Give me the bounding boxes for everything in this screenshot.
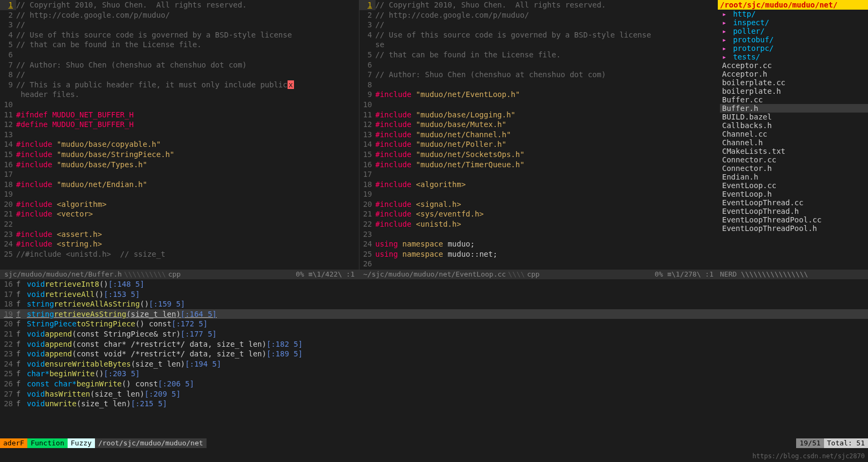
code-line[interactable]: 24using namespace muduo; (359, 239, 718, 249)
tree-file[interactable]: EventLoopThreadPool.cc (720, 215, 868, 224)
code-line[interactable]: 20#include <algorithm> (0, 199, 359, 210)
tree-file[interactable]: Buffer.h (720, 104, 868, 113)
line-number: 5 (359, 50, 376, 60)
code-line[interactable]: 26 (359, 259, 718, 269)
tag-row[interactable]: 16f void retrieveInt8() [:148 5] (0, 279, 868, 289)
tagbar-pane[interactable]: 16f void retrieveInt8() [:148 5]17f void… (0, 279, 868, 427)
code-line[interactable]: 17 (359, 169, 718, 180)
code-line[interactable]: 25using namespace muduo::net; (359, 249, 718, 259)
code-line[interactable]: 22#include <unistd.h> (359, 219, 718, 229)
tree-file[interactable]: Channel.cc (720, 130, 868, 138)
tree-file[interactable]: Endian.h (720, 173, 868, 181)
code-line[interactable]: 11#ifndef MUDUO_NET_BUFFER_H (0, 110, 359, 120)
code-line[interactable]: 7// Author: Shuo Chen (chenshuo at chens… (0, 60, 359, 70)
code-line[interactable]: 19 (359, 189, 718, 199)
tag-row[interactable]: 19f string retrieveAsString(size_t len) … (0, 309, 868, 319)
code-line[interactable]: 4// Use of this source code is governed … (0, 30, 359, 40)
tree-file[interactable]: Connector.cc (720, 155, 868, 164)
code-line[interactable]: 16#include "muduo/net/TimerQueue.h" (359, 160, 718, 170)
code-line[interactable]: 23#include <assert.h> (0, 229, 359, 240)
tree-file[interactable]: Buffer.cc (720, 95, 868, 104)
tree-file[interactable]: Connector.h (720, 164, 868, 173)
code-line[interactable]: 6 (0, 50, 359, 60)
code-line[interactable]: 12#include "muduo/base/Mutex.h" (359, 120, 718, 130)
code-line[interactable]: 5// that can be found in the License fil… (359, 50, 718, 60)
line-number: 23 (359, 229, 376, 240)
code-line[interactable]: 18#include <algorithm> (359, 180, 718, 190)
code-line[interactable]: 8 (359, 80, 718, 90)
code-line[interactable]: 6 (359, 60, 718, 70)
code-line[interactable]: 23 (359, 229, 718, 240)
code-line[interactable]: 24#include <string.h> (0, 239, 359, 249)
code-line[interactable]: 13 (0, 130, 359, 140)
tree-file[interactable]: EventLoop.h (720, 190, 868, 198)
code-line[interactable]: 15#include "muduo/net/SocketsOps.h" (359, 150, 718, 160)
mode-indicator: aderF (0, 438, 27, 448)
nerdtree-panel[interactable]: /root/sjc/muduo/muduo/net/ ▸ http/▸ insp… (718, 0, 868, 270)
tree-folder[interactable]: ▸ tests/ (720, 53, 868, 61)
code-line[interactable]: 21#include <sys/eventfd.h> (359, 209, 718, 219)
code-line[interactable]: 12#define MUDUO_NET_BUFFER_H (0, 120, 359, 130)
code-line[interactable]: 17 (0, 169, 359, 180)
code-line[interactable]: 22 (0, 219, 359, 229)
tree-file[interactable]: CMakeLists.txt (720, 147, 868, 155)
right-editor-pane[interactable]: 1// Copyright 2010, Shuo Chen. All right… (359, 0, 718, 270)
left-editor-pane[interactable]: 1// Copyright 2010, Shuo Chen. All right… (0, 0, 359, 270)
tag-row[interactable]: 21f void append(const StringPiece& str) … (0, 329, 868, 339)
line-number: 4 (0, 30, 16, 40)
tag-row[interactable]: 27f void hasWritten(size_t len) [:209 5] (0, 389, 868, 399)
tag-row[interactable]: 24f void ensureWritableBytes(size_t len)… (0, 359, 868, 369)
code-line[interactable]: 10 (359, 100, 718, 110)
code-line[interactable]: 25//#include <unistd.h> // ssize_t (0, 249, 359, 259)
code-line[interactable]: 9#include "muduo/net/EventLoop.h" (359, 90, 718, 100)
tag-row[interactable]: 22f void append(const char* /*restrict*/… (0, 339, 868, 349)
tag-row[interactable]: 23f void append(const void* /*restrict*/… (0, 349, 868, 359)
code-line[interactable]: 18#include "muduo/net/Endian.h" (0, 180, 359, 190)
code-line[interactable]: 9// This is a public header file, it mus… (0, 80, 359, 90)
tree-folder[interactable]: ▸ protobuf/ (720, 35, 868, 44)
tag-row[interactable]: 20f StringPiece toStringPiece() const [:… (0, 319, 868, 329)
tree-folder[interactable]: ▸ poller/ (720, 27, 868, 35)
tag-row[interactable]: 28f void unwrite(size_t len) [:215 5] (0, 399, 868, 409)
code-line[interactable]: 14#include "muduo/net/Poller.h" (359, 139, 718, 150)
code-line[interactable]: 2// http://code.google.com/p/muduo/ (0, 10, 359, 20)
tag-row[interactable]: 26f const char* beginWrite() const [:206… (0, 379, 868, 389)
code-line[interactable]: 4// Use of this source code is governed … (359, 30, 718, 40)
tree-file[interactable]: EventLoopThread.h (720, 207, 868, 215)
tag-row[interactable]: 17f void retrieveAll() [:153 5] (0, 289, 868, 300)
code-line[interactable]: 19 (0, 189, 359, 199)
tree-file[interactable]: Channel.h (720, 138, 868, 147)
tree-file[interactable]: Acceptor.cc (720, 61, 868, 70)
code-line[interactable]: 3// (0, 20, 359, 30)
tree-folder[interactable]: ▸ http/ (720, 10, 868, 18)
code-line[interactable]: 7// Author: Shuo Chen (chenshuo at chens… (359, 70, 718, 80)
tree-file[interactable]: BUILD.bazel (720, 113, 868, 121)
code-line[interactable]: 11#include "muduo/base/Logging.h" (359, 110, 718, 120)
code-line[interactable]: 8// (0, 70, 359, 80)
code-line[interactable]: 13#include "muduo/net/Channel.h" (359, 130, 718, 140)
tag-row[interactable]: 25f char* beginWrite() [:203 5] (0, 369, 868, 379)
tree-folder[interactable]: ▸ protorpc/ (720, 44, 868, 53)
tree-file[interactable]: EventLoopThreadPool.h (720, 224, 868, 233)
code-line[interactable]: 16#include "muduo/base/Types.h" (0, 160, 359, 170)
code-line[interactable]: 1// Copyright 2010, Shuo Chen. All right… (0, 0, 359, 10)
footer-path: /root/sjc/muduo/muduo/net (95, 438, 207, 448)
tree-file[interactable]: EventLoop.cc (720, 181, 868, 190)
code-line[interactable]: 10 (0, 100, 359, 110)
code-line[interactable]: 21#include <vector> (0, 209, 359, 219)
code-line[interactable]: 5// that can be found in the License fil… (0, 40, 359, 50)
tree-file[interactable]: Callbacks.h (720, 121, 868, 130)
code-line[interactable]: 15#include "muduo/base/StringPiece.h" (0, 150, 359, 160)
code-line[interactable]: 1// Copyright 2010, Shuo Chen. All right… (359, 0, 718, 10)
tree-file[interactable]: boilerplate.h (720, 87, 868, 95)
code-line[interactable]: 14#include "muduo/base/copyable.h" (0, 139, 359, 150)
tree-folder[interactable]: ▸ inspect/ (720, 18, 868, 27)
chevron-right-icon: ▸ (722, 10, 729, 18)
code-line[interactable]: 20#include <signal.h> (359, 199, 718, 210)
tree-file[interactable]: boilerplate.cc (720, 78, 868, 87)
tree-file[interactable]: EventLoopThread.cc (720, 198, 868, 207)
code-line[interactable]: 3// (359, 20, 718, 30)
tree-file[interactable]: Acceptor.h (720, 70, 868, 78)
code-line[interactable]: 2// http://code.google.com/p/muduo/ (359, 10, 718, 20)
tag-row[interactable]: 18f string retrieveAllAsString() [:159 5… (0, 299, 868, 309)
